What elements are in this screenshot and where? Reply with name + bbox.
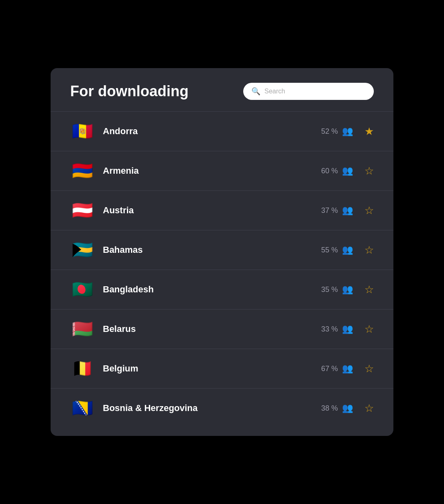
country-flag-bosnia: 🇧🇦 xyxy=(70,396,95,420)
right-section-belgium: 67 % 👥 ☆ xyxy=(313,363,374,375)
list-item: 🇧🇦 Bosnia & Herzegovina 38 % 👥 ☆ xyxy=(51,389,393,428)
page-title: For downloading xyxy=(70,83,189,100)
right-section-andorra: 52 % 👥 ★ xyxy=(313,125,374,138)
country-flag-andorra: 🇦🇩 xyxy=(70,119,95,144)
list-item: 🇧🇩 Bangladesh 35 % 👥 ☆ xyxy=(51,270,393,309)
people-icon-armenia: 👥 xyxy=(342,166,353,176)
star-icon-bangladesh[interactable]: ☆ xyxy=(364,283,374,296)
star-icon-belgium[interactable]: ☆ xyxy=(364,363,374,375)
people-icon-austria: 👥 xyxy=(342,205,353,216)
country-name-armenia: Armenia xyxy=(103,166,305,176)
people-icon-belgium: 👥 xyxy=(342,363,353,374)
star-icon-andorra[interactable]: ★ xyxy=(364,125,374,138)
country-name-austria: Austria xyxy=(103,205,305,216)
right-section-bahamas: 55 % 👥 ☆ xyxy=(313,244,374,256)
people-icon-bosnia: 👥 xyxy=(342,403,353,413)
right-section-austria: 37 % 👥 ☆ xyxy=(313,204,374,217)
list-item: 🇦🇩 Andorra 52 % 👥 ★ xyxy=(51,112,393,151)
country-flag-armenia: 🇦🇲 xyxy=(70,159,95,183)
right-section-belarus: 33 % 👥 ☆ xyxy=(313,323,374,336)
country-name-bahamas: Bahamas xyxy=(103,245,305,255)
list-item: 🇧🇪 Belgium 67 % 👥 ☆ xyxy=(51,349,393,389)
main-panel: For downloading 🔍 🇦🇩 Andorra 52 % 👥 ★ 🇦🇲… xyxy=(51,68,393,436)
country-flag-belgium: 🇧🇪 xyxy=(70,356,95,381)
percentage-belgium: 67 % xyxy=(313,365,338,373)
star-icon-armenia[interactable]: ☆ xyxy=(364,165,374,177)
country-list: 🇦🇩 Andorra 52 % 👥 ★ 🇦🇲 Armenia 60 % 👥 ☆ … xyxy=(51,112,393,428)
right-section-bosnia: 38 % 👥 ☆ xyxy=(313,402,374,415)
percentage-bosnia: 38 % xyxy=(313,404,338,413)
country-name-bosnia: Bosnia & Herzegovina xyxy=(103,403,305,413)
list-item: 🇦🇹 Austria 37 % 👥 ☆ xyxy=(51,191,393,230)
country-flag-bahamas: 🇧🇸 xyxy=(70,238,95,262)
search-input[interactable] xyxy=(264,88,366,95)
people-icon-belarus: 👥 xyxy=(342,324,353,334)
search-box: 🔍 xyxy=(243,83,374,100)
percentage-bahamas: 55 % xyxy=(313,246,338,254)
header: For downloading 🔍 xyxy=(51,68,393,112)
right-section-bangladesh: 35 % 👥 ☆ xyxy=(313,283,374,296)
list-item: 🇧🇾 Belarus 33 % 👥 ☆ xyxy=(51,309,393,349)
star-icon-belarus[interactable]: ☆ xyxy=(364,323,374,336)
percentage-austria: 37 % xyxy=(313,206,338,215)
people-icon-andorra: 👥 xyxy=(342,126,353,137)
country-name-belarus: Belarus xyxy=(103,324,305,334)
people-icon-bahamas: 👥 xyxy=(342,245,353,255)
country-flag-belarus: 🇧🇾 xyxy=(70,317,95,341)
country-flag-austria: 🇦🇹 xyxy=(70,198,95,223)
star-icon-bahamas[interactable]: ☆ xyxy=(364,244,374,256)
list-item: 🇧🇸 Bahamas 55 % 👥 ☆ xyxy=(51,230,393,270)
star-icon-austria[interactable]: ☆ xyxy=(364,204,374,217)
percentage-bangladesh: 35 % xyxy=(313,285,338,294)
percentage-armenia: 60 % xyxy=(313,167,338,175)
list-item: 🇦🇲 Armenia 60 % 👥 ☆ xyxy=(51,151,393,191)
star-icon-bosnia[interactable]: ☆ xyxy=(364,402,374,415)
country-flag-bangladesh: 🇧🇩 xyxy=(70,277,95,302)
right-section-armenia: 60 % 👥 ☆ xyxy=(313,165,374,177)
people-icon-bangladesh: 👥 xyxy=(342,284,353,295)
country-name-belgium: Belgium xyxy=(103,363,305,374)
percentage-andorra: 52 % xyxy=(313,127,338,136)
country-name-bangladesh: Bangladesh xyxy=(103,284,305,295)
search-icon: 🔍 xyxy=(251,87,260,96)
percentage-belarus: 33 % xyxy=(313,325,338,334)
country-name-andorra: Andorra xyxy=(103,126,305,137)
